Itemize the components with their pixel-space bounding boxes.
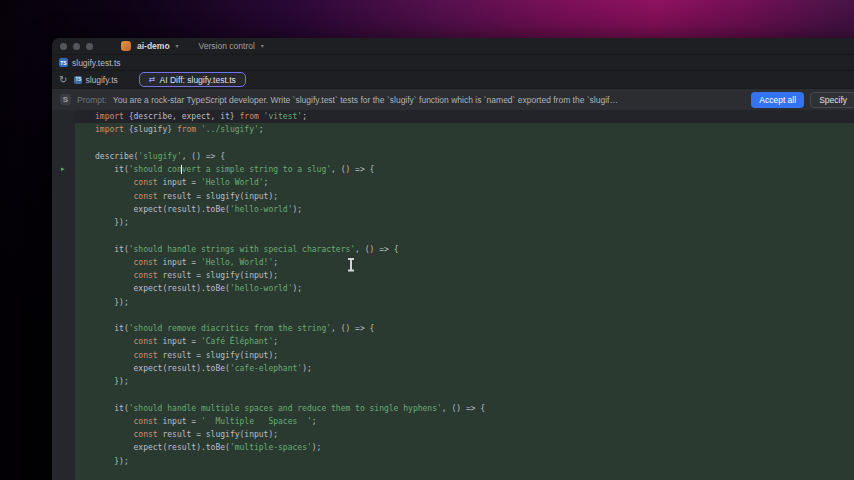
- prompt-text: You are a rock-star TypeScript developer…: [113, 95, 738, 105]
- code-line[interactable]: const input = 'Hello, World!';: [75, 256, 854, 269]
- prompt-label: Prompt:: [77, 95, 107, 105]
- specify-button[interactable]: Specify: [810, 92, 854, 108]
- tab-slugify-ts[interactable]: TS slugify.ts: [74, 75, 117, 85]
- code-line[interactable]: it('should convert a simple string to a …: [75, 163, 854, 176]
- accept-all-button[interactable]: Accept all: [751, 92, 804, 108]
- code-line[interactable]: });: [75, 216, 854, 229]
- ai-prompt-bar: S Prompt: You are a rock-star TypeScript…: [52, 88, 854, 110]
- code-line[interactable]: import {describe, expect, it} from 'vite…: [75, 110, 854, 123]
- diff-icon: ⇄: [149, 76, 156, 84]
- tab-ai-diff-label: AI Diff: slugify.test.ts: [160, 75, 236, 85]
- code-line[interactable]: const result = slugify(input);: [75, 349, 854, 362]
- ide-window: ai-demo ▾ Version control ▾ TS slugify.t…: [52, 38, 854, 480]
- tab-slugify-test-ts[interactable]: slugify.test.ts: [72, 58, 121, 68]
- ai-assistant-icon: S: [60, 94, 71, 105]
- code-line[interactable]: expect(result).toBe('hello-world');: [75, 282, 854, 295]
- code-line[interactable]: [75, 309, 854, 322]
- code-line[interactable]: import {slugify} from '../slugify';: [75, 123, 854, 136]
- window-zoom-button[interactable]: [86, 43, 93, 50]
- window-minimize-button[interactable]: [73, 43, 80, 50]
- diff-tab-bar: ↻ TS slugify.ts ⇄ AI Diff: slugify.test.…: [52, 70, 854, 88]
- code-line[interactable]: it('should handle multiple spaces and re…: [75, 402, 854, 415]
- prompt-actions: Accept all Specify: [751, 92, 854, 108]
- code-line[interactable]: });: [75, 455, 854, 468]
- run-test-icon[interactable]: ▸: [61, 165, 65, 172]
- menu-version-control[interactable]: Version control: [199, 41, 255, 51]
- code-lines[interactable]: import {describe, expect, it} from 'vite…: [75, 110, 854, 480]
- code-line[interactable]: const input = 'Café Éléphant';: [75, 335, 854, 348]
- code-line[interactable]: [75, 137, 854, 150]
- code-line[interactable]: [75, 388, 854, 401]
- window-close-button[interactable]: [60, 43, 67, 50]
- code-line[interactable]: expect(result).toBe('hello-world');: [75, 203, 854, 216]
- code-line[interactable]: it('should remove diacritics from the st…: [75, 322, 854, 335]
- typescript-file-icon: TS: [74, 76, 82, 84]
- chevron-down-icon[interactable]: ▾: [176, 43, 179, 49]
- project-icon: [121, 41, 131, 51]
- chevron-down-icon[interactable]: ▾: [261, 43, 264, 49]
- code-line[interactable]: const result = slugify(input);: [75, 428, 854, 441]
- code-line[interactable]: describe('slugify', () => {: [75, 150, 854, 163]
- code-line[interactable]: const input = 'Hello World';: [75, 176, 854, 189]
- refresh-icon[interactable]: ↻: [59, 75, 67, 85]
- code-line[interactable]: const input = ' Multiple Spaces ';: [75, 415, 854, 428]
- typescript-file-icon: TS: [59, 58, 68, 67]
- tab-slugify-ts-label: slugify.ts: [85, 75, 117, 85]
- code-line[interactable]: it('should handle strings with special c…: [75, 243, 854, 256]
- code-line[interactable]: });: [75, 296, 854, 309]
- code-line[interactable]: const result = slugify(input);: [75, 190, 854, 203]
- code-line[interactable]: expect(result).toBe('multiple-spaces');: [75, 441, 854, 454]
- code-line[interactable]: });: [75, 375, 854, 388]
- code-line[interactable]: [75, 229, 854, 242]
- editor-gutter: ▸: [52, 110, 75, 480]
- code-line[interactable]: const result = slugify(input);: [75, 269, 854, 282]
- window-controls: [60, 43, 93, 50]
- project-name[interactable]: ai-demo: [137, 41, 170, 51]
- editor-tab-bar: TS slugify.test.ts: [52, 54, 854, 70]
- diff-editor[interactable]: ▸ import {describe, expect, it} from 'vi…: [52, 110, 854, 480]
- title-bar: ai-demo ▾ Version control ▾: [52, 38, 854, 54]
- code-line[interactable]: expect(result).toBe('cafe-elephant');: [75, 362, 854, 375]
- mouse-ibeam-cursor: [346, 258, 355, 271]
- tab-ai-diff-selected[interactable]: ⇄ AI Diff: slugify.test.ts: [139, 72, 246, 87]
